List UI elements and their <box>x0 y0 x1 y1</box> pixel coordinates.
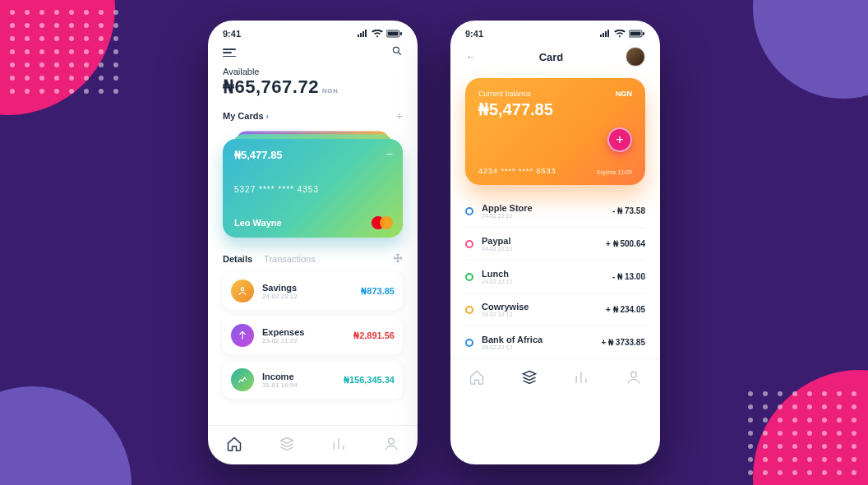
transaction-row[interactable]: Bank of Africa24-02 22:12+ ₦ 3733.85 <box>465 326 645 358</box>
back-button[interactable]: ← <box>465 50 477 63</box>
svg-rect-2 <box>400 32 402 35</box>
svg-point-5 <box>241 288 244 291</box>
transaction-name: Paypal <box>482 236 606 246</box>
balance-currency: NGN <box>322 87 338 95</box>
phone-home: 9:41 Available ₦65,767.72 NGN My Cards› … <box>208 21 418 464</box>
card-number: 4234 **** **** 6533 <box>478 167 556 175</box>
available-balance: ₦65,767.72 NGN <box>223 76 403 98</box>
transaction-row[interactable]: Lunch24-02 22:12- ₦ 13.00 <box>465 261 645 293</box>
nav-home[interactable] <box>226 436 242 455</box>
battery-icon <box>629 30 645 38</box>
svg-point-6 <box>389 438 395 444</box>
transaction-name: Cowrywise <box>482 302 606 312</box>
decor-blob <box>0 386 132 485</box>
card-balance: ₦5,477.85 <box>234 149 391 161</box>
card-stack[interactable]: ₦5,477.85 5327 **** **** 4353 Leo Wayne … <box>223 127 403 236</box>
detail-row[interactable]: Income31-01 16:54₦156,345.34 <box>223 361 403 399</box>
bottom-nav <box>208 425 418 464</box>
chevron-right-icon: › <box>266 112 269 121</box>
savings-icon <box>231 279 254 303</box>
battery-icon <box>386 30 403 38</box>
card-number: 5327 **** **** 4353 <box>234 185 391 194</box>
card-balance-label: Current balance <box>478 90 632 98</box>
status-icons <box>357 30 403 38</box>
svg-rect-1 <box>388 32 399 36</box>
detail-date: 31-01 16:54 <box>262 381 335 389</box>
nav-cards[interactable] <box>279 436 295 455</box>
card-collapse-icon[interactable]: − <box>386 147 393 160</box>
bottom-nav <box>450 358 660 398</box>
status-bar: 9:41 <box>450 21 660 42</box>
phone-card-detail: 9:41 ← Card Current balance ₦5,477.85 NG… <box>450 21 660 464</box>
transaction-amount: + ₦ 500.64 <box>606 239 645 248</box>
detail-row[interactable]: Expenses23-02 11:22₦2,891.56 <box>223 316 403 354</box>
card-currency: NGN <box>616 90 632 98</box>
category-ring-icon <box>465 207 473 215</box>
avatar[interactable] <box>626 47 645 67</box>
transaction-date: 24-02 22:12 <box>482 312 606 317</box>
svg-point-10 <box>631 372 637 377</box>
nav-profile[interactable] <box>383 436 399 455</box>
detail-amount: ₦156,345.34 <box>344 375 395 386</box>
card-holder: Leo Wayne <box>234 218 391 228</box>
detail-date: 24-02 22:12 <box>262 293 353 300</box>
decor-dots <box>748 391 858 475</box>
nav-profile[interactable] <box>626 369 642 389</box>
balance-value: ₦65,767.72 <box>223 76 319 98</box>
nav-stats[interactable] <box>330 436 347 455</box>
status-time: 9:41 <box>465 29 483 39</box>
transaction-name: Bank of Africa <box>482 335 601 344</box>
available-label: Available <box>223 67 403 76</box>
transaction-row[interactable]: Paypal24-02 22:12+ ₦ 500.64 <box>465 228 645 261</box>
status-bar: 9:41 <box>208 21 418 42</box>
add-button[interactable]: + <box>607 127 632 152</box>
card-expiry: Expires 11/29 <box>597 169 632 175</box>
svg-rect-8 <box>630 32 641 36</box>
wifi-icon <box>614 30 626 38</box>
menu-icon[interactable] <box>223 48 236 57</box>
income-icon <box>231 368 254 391</box>
svg-point-3 <box>393 47 399 53</box>
detail-amount: ₦2,891.56 <box>353 330 395 341</box>
primary-card[interactable]: ₦5,477.85 5327 **** **** 4353 Leo Wayne … <box>223 139 403 238</box>
transaction-name: Lunch <box>482 269 612 279</box>
nav-stats[interactable] <box>573 369 589 389</box>
detail-name: Income <box>262 372 335 381</box>
decor-dots <box>10 10 120 94</box>
decor-blob <box>753 0 868 99</box>
tab-transactions[interactable]: Transactions <box>264 254 316 264</box>
search-icon[interactable] <box>391 45 403 60</box>
detail-name: Expenses <box>262 327 345 337</box>
detail-date: 23-02 11:22 <box>262 337 345 344</box>
signal-icon <box>357 30 368 38</box>
expenses-icon <box>231 324 254 347</box>
balance-card[interactable]: Current balance ₦5,477.85 NGN 4234 **** … <box>465 78 645 185</box>
transaction-date: 24-02 22:12 <box>482 279 612 284</box>
category-ring-icon <box>465 306 473 314</box>
nav-home[interactable] <box>469 369 485 389</box>
wifi-icon <box>372 30 383 38</box>
category-ring-icon <box>465 339 473 347</box>
detail-row[interactable]: Savings24-02 22:12₦873.85 <box>223 272 403 310</box>
transaction-amount: + ₦ 3733.85 <box>601 338 645 347</box>
transaction-amount: - ₦ 13.00 <box>612 272 645 281</box>
transaction-name: Apple Store <box>482 203 612 213</box>
status-time: 9:41 <box>223 29 241 39</box>
my-cards-label[interactable]: My Cards› <box>223 111 269 121</box>
transaction-date: 24-02 22:12 <box>482 344 601 350</box>
transaction-amount: + ₦ 234.05 <box>606 305 645 314</box>
transaction-row[interactable]: Cowrywise24-02 22:12+ ₦ 234.05 <box>465 293 645 326</box>
category-ring-icon <box>465 273 473 281</box>
add-card-button[interactable]: + <box>396 109 403 122</box>
rearrange-icon[interactable] <box>393 252 403 266</box>
mastercard-icon <box>372 216 393 229</box>
tab-details[interactable]: Details <box>223 254 252 264</box>
svg-rect-9 <box>643 32 644 35</box>
transaction-date: 24-02 22:12 <box>482 213 612 219</box>
transaction-row[interactable]: Apple Store24-02 22:12- ₦ 73.58 <box>465 195 645 228</box>
status-icons <box>599 30 645 38</box>
detail-name: Savings <box>262 283 353 293</box>
transaction-amount: - ₦ 73.58 <box>612 206 645 215</box>
detail-amount: ₦873.85 <box>361 286 395 297</box>
nav-cards[interactable] <box>521 369 538 389</box>
